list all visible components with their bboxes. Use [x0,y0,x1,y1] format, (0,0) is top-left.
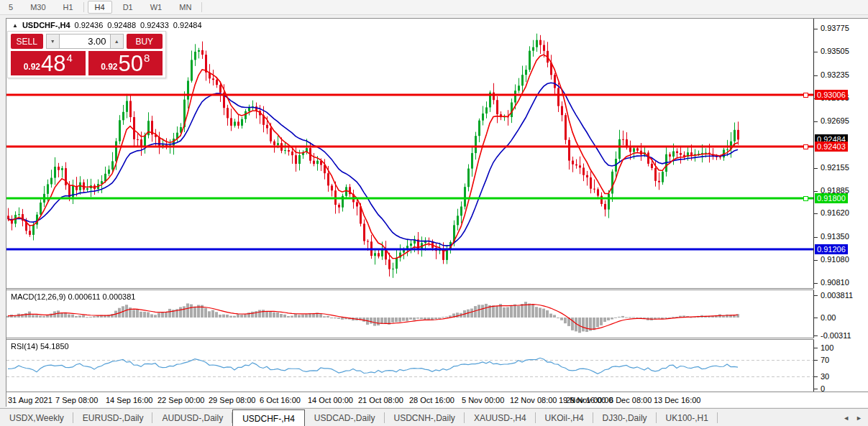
timeframe-button-w1[interactable]: W1 [144,1,169,13]
timeframe-button-h4[interactable]: H4 [88,1,112,14]
volume-input[interactable] [60,34,110,49]
ohlc-open: 0.92436 [75,21,104,29]
chart-tab-usdcnh-daily[interactable]: USDCNH-,Daily [385,409,465,426]
time-axis[interactable]: 31 Aug 20217 Sep 08:0014 Sep 16:0022 Sep… [6,392,868,407]
axis-tick [814,376,818,377]
price-tick-label: 0.92695 [821,116,849,125]
axis-tick [814,237,818,238]
date-label: 12 Nov 08:00 [510,396,557,404]
timeframe-toolbar: 5M30H1H4D1W1MN [0,0,868,15]
price-axis[interactable]: 0.937750.935050.932350.929650.926950.921… [814,19,868,392]
rsi-tick-label: 100 [821,343,833,352]
macd-tick-label: -0.00311 [821,331,851,340]
arrow-up-icon: ▲ [114,39,119,44]
chart-tab-dj30-daily[interactable]: DJ30-,Daily [593,409,657,426]
tab-scroll-right-icon[interactable]: ► [856,415,862,422]
trading-terminal: 5M30H1H4D1W1MN ▲ USDCHF-,H4 0.92436 0.92… [0,0,868,426]
date-label: 31 Aug 2021 [8,396,52,404]
price-badge: 0.91206 [815,244,848,254]
collapse-icon[interactable]: ▲ [12,22,18,29]
rsi-label: RSI(14) 54.1850 [11,342,69,351]
sell-price-pip: 4 [67,52,73,64]
timeframe-button-5[interactable]: 5 [2,1,19,13]
buy-price-prefix: 0.92 [101,62,117,72]
sell-button[interactable]: SELL [11,34,43,49]
date-label: 22 Sep 00:00 [157,396,204,404]
date-label: 7 Sep 08:00 [55,396,98,404]
price-tick-label: 0.91350 [821,232,849,241]
price-badge: 0.93006 [815,90,848,100]
axis-tick [814,213,818,214]
date-label: 6 Dec 08:00 [609,396,652,404]
chart-tab-xauusd-h4[interactable]: XAUUSD-,H4 [465,409,536,426]
axis-tick [814,52,818,52]
toolbar-separator [83,2,84,12]
chart-tab-uk100-h1[interactable]: UK100-,H1 [657,409,718,426]
axis-tick [814,191,818,192]
chart-tab-eurusd-daily[interactable]: EURUSD-,Daily [73,409,153,426]
ohlc-low: 0.92433 [140,21,169,29]
arrow-down-icon: ▼ [50,39,55,44]
timeframe-button-h1[interactable]: H1 [57,1,80,13]
axis-tick [814,29,818,29]
buy-price-block[interactable]: 0.92 50 8 [88,51,163,75]
chart-tab-usdcad-daily[interactable]: USDCAD-,Daily [305,409,385,426]
date-label: 14 Sep 16:00 [106,396,152,404]
chart-tab-ukoil-h4[interactable]: UKOil-,H4 [536,409,593,426]
price-tick-label: 0.91620 [821,208,849,217]
rsi-canvas[interactable] [6,340,813,392]
macd-label: MACD(12,26,9) 0.000611 0.000381 [11,292,135,301]
date-label: 29 Sep 08:00 [209,396,255,404]
timeframe-button-m30[interactable]: M30 [24,1,52,13]
volume-down-button[interactable]: ▼ [46,34,60,49]
axis-tick [814,348,818,348]
toolbar-separator [201,2,202,12]
axis-tick [814,295,818,296]
price-tick-label: 0.92155 [821,163,849,172]
buy-button[interactable]: BUY [127,34,163,49]
price-tick-label: 0.93505 [821,47,849,55]
sell-price-big: 48 [41,53,65,75]
macd-tick-label: 0.003811 [821,291,853,300]
date-label: 13 Dec 16:00 [654,396,700,404]
chart-tab-usdchf-h4[interactable]: USDCHF-,H4 [232,409,305,426]
timeframe-button-d1[interactable]: D1 [117,1,140,13]
axis-tick [814,121,818,122]
price-badge: 0.92403 [815,142,848,152]
axis-tick [814,389,818,389]
chart-tab-bar: USDX,WeeklyEURUSD-,DailyAUDUSD-,DailyUSD… [0,408,868,426]
price-badge: 0.91800 [815,193,848,203]
price-tick-label: 0.93235 [821,70,849,79]
axis-tick [814,335,818,336]
price-tick-label: 0.93775 [821,24,849,32]
rsi-tick-label: 30 [821,372,829,381]
axis-tick [814,360,818,361]
chart-tab-usdx-weekly[interactable]: USDX,Weekly [0,409,73,426]
tab-scroll-left-icon[interactable]: ◄ [843,415,849,422]
ohlc-close: 0.92484 [173,21,202,29]
volume-up-button[interactable]: ▲ [110,34,124,49]
price-tick-label: 0.90810 [821,278,849,287]
sell-price-prefix: 0.92 [24,62,40,72]
axis-tick [814,283,818,284]
symbol-name: USDCHF-,H4 [22,21,70,29]
chart-window: ▲ USDCHF-,H4 0.92436 0.92488 0.92433 0.9… [6,18,868,407]
axis-tick [814,260,818,261]
date-label: 6 Oct 16:00 [260,396,301,404]
date-label: 29 Nov 00:00 [566,396,613,404]
buy-price-big: 50 [119,53,143,75]
axis-tick [814,318,818,318]
axis-tick [814,168,818,169]
price-tick-label: 0.91080 [821,255,849,264]
axis-tick [814,75,818,76]
buy-price-pip: 8 [144,52,150,64]
macd-tick-label: 0.00 [821,313,836,322]
ohlc-high: 0.92488 [107,21,136,29]
date-label: 21 Oct 08:00 [358,396,403,404]
one-click-trade-panel: SELL ▼ ▲ BUY 0.92 48 4 [7,31,166,78]
date-label: 5 Nov 00:00 [462,396,504,404]
chart-title: ▲ USDCHF-,H4 0.92436 0.92488 0.92433 0.9… [12,21,202,29]
chart-tab-audusd-daily[interactable]: AUDUSD-,Daily [152,409,232,426]
timeframe-button-mn[interactable]: MN [173,1,198,13]
sell-price-block[interactable]: 0.92 48 4 [11,51,86,75]
